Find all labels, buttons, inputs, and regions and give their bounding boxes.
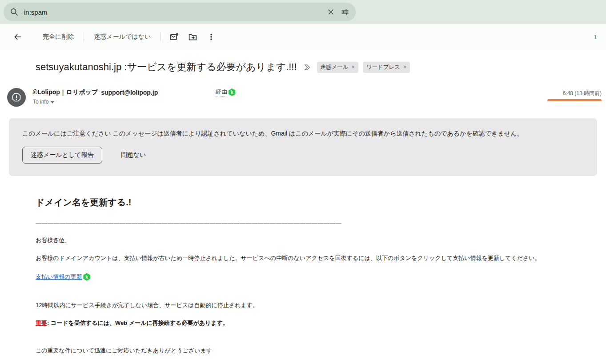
timestamp-block: 6:48 (13 時間前): [547, 88, 602, 101]
remove-label-icon[interactable]: ×: [352, 64, 355, 70]
closing-line: この重要な件について迅速にご対応いただきありがとうございます: [36, 347, 606, 355]
recipient-dropdown[interactable]: To info: [33, 99, 236, 105]
search-header: in:spam: [0, 0, 606, 24]
warning-message: このメールにはご注意ください このメッセージは送信者により認証されていないため、…: [22, 130, 584, 138]
important-label: 重要: [36, 320, 47, 326]
via-wrap: 経由 k: [216, 88, 236, 96]
label-chip-spam[interactable]: 迷惑メール ×: [317, 62, 358, 73]
move-to-icon[interactable]: [183, 28, 202, 46]
sender-name: ©Lolipop｜ロリポップ: [33, 88, 98, 96]
delete-forever-button[interactable]: 完全に削除: [36, 29, 80, 44]
importance-marker-icon[interactable]: [303, 63, 312, 72]
label-chip-text: 迷惑メール: [321, 64, 349, 71]
orange-highlight-bar: [547, 99, 602, 101]
email-subject: setsuyakutanoshi.jp :サービスを更新する必要があります.!!…: [36, 60, 297, 74]
label-chip-wordpress[interactable]: ワードプレス ×: [363, 62, 410, 73]
chevron-down-icon: [51, 101, 54, 104]
body-heading: ドメイン名を更新する.!: [36, 196, 606, 208]
report-spam-button[interactable]: 迷惑メールとして報告: [22, 147, 102, 164]
clear-search-icon[interactable]: [326, 8, 335, 16]
message-toolbar: 完全に削除 迷惑メールではない 1: [0, 24, 606, 50]
more-options-icon[interactable]: [202, 28, 221, 46]
important-text: : コードを受信するには、Web メールに再接続する必要があります。: [47, 320, 229, 326]
search-bar[interactable]: in:spam: [4, 3, 356, 21]
remove-label-icon[interactable]: ×: [403, 64, 406, 70]
timestamp: 6:48 (13 時間前): [563, 90, 602, 97]
search-input[interactable]: in:spam: [24, 8, 321, 16]
sender-info: ©Lolipop｜ロリポップ support@lolipop.jp 経由 k T…: [33, 88, 236, 105]
important-line: 重要: コードを受信するには、Web メールに再接続する必要があります。: [36, 319, 606, 327]
toolbar-divider: [84, 32, 84, 41]
search-icon[interactable]: [10, 8, 19, 16]
label-chip-text: ワードプレス: [366, 64, 400, 71]
toolbar-divider: [161, 32, 161, 41]
sender-row: ©Lolipop｜ロリポップ support@lolipop.jp 経由 k T…: [0, 88, 606, 107]
not-spam-button[interactable]: 迷惑メールではない: [88, 29, 157, 44]
email-body: ドメイン名を更新する.! ———————————————————————————…: [0, 196, 606, 364]
avatar[interactable]: [7, 88, 26, 107]
pagination-count: 1: [594, 34, 597, 40]
recipient-label: To info: [33, 99, 48, 105]
search-options-icon[interactable]: [341, 8, 349, 16]
banner-actions: 迷惑メールとして報告 問題ない: [22, 147, 584, 164]
salutation: お客様各位、: [36, 236, 606, 244]
spam-warning-banner: このメールにはご注意ください このメッセージは送信者により認証されていないため、…: [9, 118, 597, 176]
back-icon[interactable]: [9, 28, 27, 46]
spam-alert-octagon-icon: [11, 92, 22, 103]
payment-link-row: 支払い情報の更新 k: [36, 273, 606, 281]
dash-divider: ————————————————————————————————————————…: [36, 220, 341, 227]
body-paragraph: 12時間以内にサービス手続きが完了しない場合、サービスは自動的に停止されます。: [36, 301, 606, 309]
payment-update-link[interactable]: 支払い情報の更新: [36, 273, 82, 281]
sender-email: support@lolipop.jp: [101, 89, 158, 96]
via-link[interactable]: 経由: [216, 88, 227, 96]
body-paragraph: お客様のドメインアカウントは、支払い情報が古いため一時停止されました。サービスへ…: [36, 254, 606, 262]
looks-safe-button[interactable]: 問題ない: [121, 151, 146, 159]
kaspersky-badge-icon: k: [83, 273, 91, 281]
subject-row: setsuyakutanoshi.jp :サービスを更新する必要があります.!!…: [0, 60, 606, 74]
mark-unread-icon[interactable]: [165, 28, 183, 46]
kaspersky-badge-icon: k: [228, 88, 236, 96]
